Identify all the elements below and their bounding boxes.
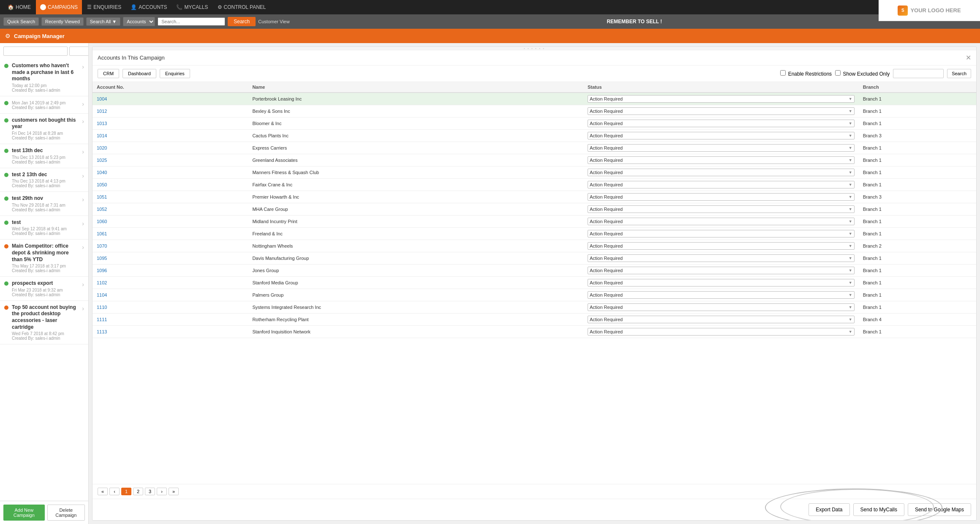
- cell-account-no[interactable]: 1110: [93, 301, 248, 314]
- cell-status[interactable]: Action Required ▼: [583, 265, 859, 277]
- status-dropdown[interactable]: Action Required ▼: [588, 303, 855, 311]
- sidebar-item-10[interactable]: Top 50 account not buying the product de…: [0, 301, 88, 344]
- sidebar-item-9[interactable]: prospects export Fri Mar 23 2018 at 9:32…: [0, 277, 88, 301]
- status-dropdown[interactable]: Action Required ▼: [588, 120, 855, 127]
- quick-search-button[interactable]: Quick Search: [3, 17, 39, 26]
- nav-accounts[interactable]: 👤 ACCOUNTS: [126, 0, 171, 14]
- add-campaign-button[interactable]: Add New Campaign: [3, 505, 45, 521]
- status-dropdown[interactable]: Action Required ▼: [588, 267, 855, 274]
- customer-view-link[interactable]: Customer View: [258, 19, 289, 24]
- cell-status[interactable]: Action Required ▼: [583, 228, 859, 240]
- cell-account-no[interactable]: 1020: [93, 142, 248, 154]
- cell-account-no[interactable]: 1025: [93, 154, 248, 166]
- status-dropdown[interactable]: Action Required ▼: [588, 144, 855, 152]
- cell-status[interactable]: Action Required ▼: [583, 216, 859, 228]
- cell-status[interactable]: Action Required ▼: [583, 166, 859, 179]
- cell-status[interactable]: Action Required ▼: [583, 289, 859, 301]
- nav-controlpanel[interactable]: ⚙ CONTROL PANEL: [213, 0, 270, 14]
- panel-search-button[interactable]: Search: [947, 69, 971, 78]
- cell-account-no[interactable]: 1095: [93, 252, 248, 265]
- cell-account-no[interactable]: 1051: [93, 191, 248, 203]
- sidebar-item-8[interactable]: Main Competitor: office depot & shrinkin…: [0, 240, 88, 277]
- next-page-button[interactable]: ›: [157, 488, 167, 495]
- show-excluded-checkbox[interactable]: [835, 70, 841, 76]
- cell-account-no[interactable]: 1014: [93, 130, 248, 142]
- cell-account-no[interactable]: 1040: [93, 166, 248, 179]
- cell-status[interactable]: Action Required ▼: [583, 179, 859, 191]
- cell-account-no[interactable]: 1061: [93, 228, 248, 240]
- delete-campaign-button[interactable]: Delete Campaign: [47, 505, 85, 521]
- sidebar-item-6[interactable]: test 29th nov Thu Nov 29 2018 at 7:31 am…: [0, 192, 88, 216]
- cell-status[interactable]: Action Required ▼: [583, 301, 859, 314]
- cell-status[interactable]: Action Required ▼: [583, 326, 859, 338]
- nav-home[interactable]: 🏠 HOME: [3, 0, 35, 14]
- cell-status[interactable]: Action Required ▼: [583, 252, 859, 265]
- dashboard-tab-button[interactable]: Dashboard: [122, 69, 156, 78]
- accounts-select[interactable]: Accounts: [123, 17, 155, 26]
- sidebar-item-7[interactable]: test Wed Sep 12 2018 at 9:41 am Created …: [0, 216, 88, 240]
- sidebar-item-3[interactable]: customers not bought this year Fri Dec 1…: [0, 114, 88, 144]
- cell-account-no[interactable]: 1070: [93, 240, 248, 252]
- cell-status[interactable]: Action Required ▼: [583, 117, 859, 130]
- status-dropdown[interactable]: Action Required ▼: [588, 218, 855, 225]
- status-dropdown[interactable]: Action Required ▼: [588, 291, 855, 299]
- cell-account-no[interactable]: 1060: [93, 216, 248, 228]
- cell-account-no[interactable]: 1012: [93, 105, 248, 117]
- cell-account-no[interactable]: 1013: [93, 117, 248, 130]
- cell-account-no[interactable]: 1104: [93, 289, 248, 301]
- last-page-button[interactable]: »: [169, 488, 179, 495]
- status-dropdown[interactable]: Action Required ▼: [588, 107, 855, 115]
- cell-status[interactable]: Action Required ▼: [583, 142, 859, 154]
- cell-account-no[interactable]: 1004: [93, 93, 248, 105]
- cell-account-no[interactable]: 1096: [93, 265, 248, 277]
- panel-search-input[interactable]: [893, 69, 944, 78]
- cell-status[interactable]: Action Required ▼: [583, 191, 859, 203]
- status-dropdown[interactable]: Action Required ▼: [588, 95, 855, 103]
- search-all-button[interactable]: Search All ▼: [86, 17, 120, 26]
- sidebar-item-5[interactable]: test 2 13th dec Thu Dec 13 2018 at 4:13 …: [0, 168, 88, 192]
- cell-account-no[interactable]: 1113: [93, 326, 248, 338]
- cell-account-no[interactable]: 1052: [93, 203, 248, 216]
- cell-account-no[interactable]: 1050: [93, 179, 248, 191]
- sidebar-item-4[interactable]: test 13th dec Thu Dec 13 2018 at 5:23 pm…: [0, 144, 88, 168]
- crm-tab-button[interactable]: CRM: [98, 69, 119, 78]
- sidebar-search-input[interactable]: [3, 46, 68, 56]
- status-dropdown[interactable]: Action Required ▼: [588, 169, 855, 176]
- page-2-button[interactable]: 2: [133, 488, 143, 495]
- prev-page-button[interactable]: ‹: [109, 488, 120, 495]
- status-dropdown[interactable]: Action Required ▼: [588, 328, 855, 336]
- cell-status[interactable]: Action Required ▼: [583, 154, 859, 166]
- cell-status[interactable]: Action Required ▼: [583, 277, 859, 289]
- status-dropdown[interactable]: Action Required ▼: [588, 181, 855, 188]
- status-dropdown[interactable]: Action Required ▼: [588, 316, 855, 323]
- nav-campaigns[interactable]: CAMPAIGNS: [36, 0, 82, 14]
- status-dropdown[interactable]: Action Required ▼: [588, 242, 855, 250]
- search-go-button[interactable]: Search: [228, 17, 256, 26]
- cell-status[interactable]: Action Required ▼: [583, 105, 859, 117]
- status-dropdown[interactable]: Action Required ▼: [588, 205, 855, 213]
- sidebar-item-1[interactable]: Customers who haven't made a purchase in…: [0, 59, 88, 96]
- status-dropdown[interactable]: Action Required ▼: [588, 132, 855, 139]
- cell-status[interactable]: Action Required ▼: [583, 240, 859, 252]
- cell-status[interactable]: Action Required ▼: [583, 203, 859, 216]
- status-dropdown[interactable]: Action Required ▼: [588, 279, 855, 287]
- cell-account-no[interactable]: 1111: [93, 314, 248, 326]
- panel-close-button[interactable]: ✕: [966, 54, 971, 62]
- first-page-button[interactable]: «: [98, 488, 108, 495]
- enable-restrictions-checkbox[interactable]: [780, 70, 786, 76]
- status-dropdown[interactable]: Action Required ▼: [588, 254, 855, 262]
- status-dropdown[interactable]: Action Required ▼: [588, 230, 855, 237]
- status-dropdown[interactable]: Action Required ▼: [588, 156, 855, 164]
- cell-status[interactable]: Action Required ▼: [583, 130, 859, 142]
- sidebar-search-button[interactable]: Search: [69, 46, 89, 56]
- status-dropdown[interactable]: Action Required ▼: [588, 193, 855, 201]
- nav-enquiries[interactable]: ☰ ENQUIRIES: [83, 0, 125, 14]
- send-to-googlemaps-button[interactable]: Send to Google Maps: [908, 503, 971, 516]
- page-3-button[interactable]: 3: [145, 488, 155, 495]
- enquiries-tab-button[interactable]: Enquiries: [160, 69, 190, 78]
- send-to-mycalls-button[interactable]: Send to MyCalls: [853, 503, 904, 516]
- export-data-button[interactable]: Export Data: [808, 503, 849, 516]
- cell-account-no[interactable]: 1102: [93, 277, 248, 289]
- sidebar-item-2[interactable]: Mon Jan 14 2019 at 2:49 pm Created By: s…: [0, 96, 88, 114]
- panel-drag-bar[interactable]: • • • • • •: [93, 47, 976, 50]
